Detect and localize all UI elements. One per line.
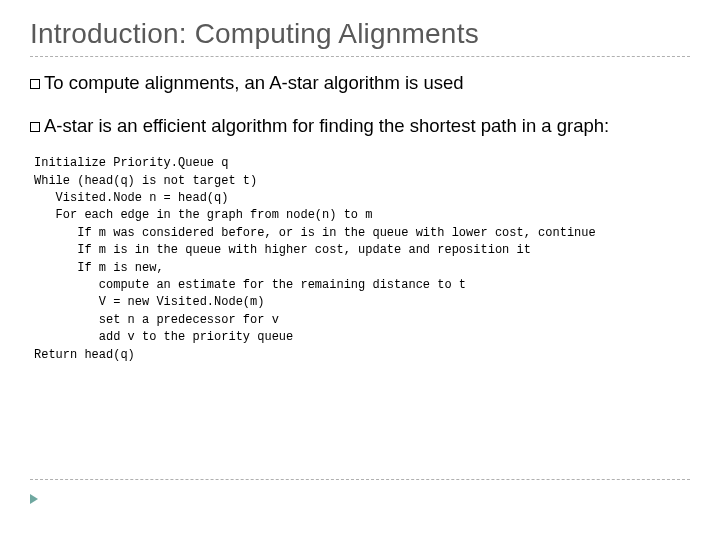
bullet-2-prefix: A-star	[44, 115, 93, 136]
bullet-2: A-star is an efficient algorithm for fin…	[30, 114, 712, 137]
bullet-1-rest: compute alignments, an A-star algorithm …	[64, 72, 464, 93]
slide-title: Introduction: Computing Alignments	[30, 18, 720, 50]
bullet-1: To compute alignments, an A-star algorit…	[30, 71, 712, 94]
square-bullet-icon	[30, 122, 40, 132]
bullet-1-prefix: To	[44, 72, 64, 93]
slide-body: To compute alignments, an A-star algorit…	[30, 71, 712, 364]
slide: Introduction: Computing Alignments To co…	[0, 0, 720, 540]
title-divider	[30, 56, 690, 57]
accent-triangle-icon	[30, 494, 38, 504]
pseudocode-block: Initialize Priority.Queue q While (head(…	[34, 155, 712, 364]
bottom-divider	[30, 479, 690, 480]
bullet-2-rest: is an efficient algorithm for finding th…	[93, 115, 609, 136]
square-bullet-icon	[30, 79, 40, 89]
